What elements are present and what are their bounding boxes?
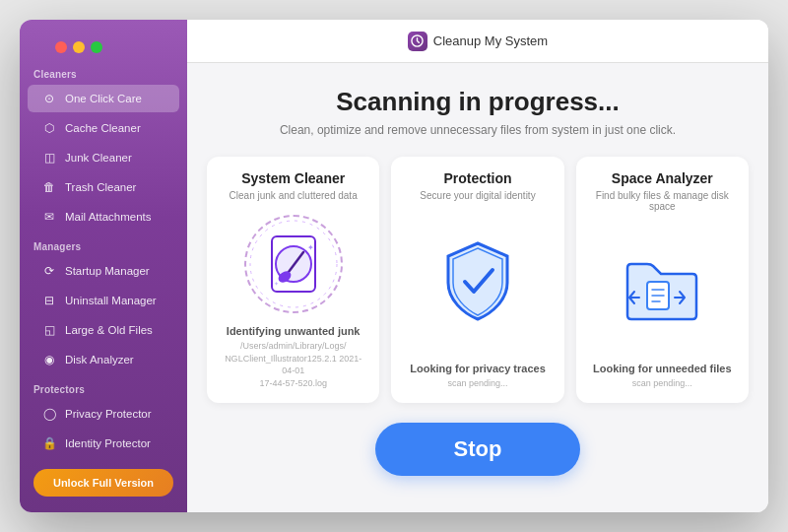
sidebar-item-privacy-protector[interactable]: ◯ Privacy Protector [28,400,179,428]
space-analyzer-status: Looking for unneeded files [593,363,732,374]
app-icon [408,32,427,51]
sidebar-item-uninstall-manager[interactable]: ⊟ Uninstall Manager [28,287,179,314]
protectors-section-label: Protectors [20,374,187,399]
scan-title: Scanning in progress... [336,87,620,117]
managers-section-label: Managers [20,232,187,256]
stop-button[interactable]: Stop [375,423,581,476]
scanner-illustration: ✦ ✦ [244,215,343,313]
protection-title: Protection [443,170,511,186]
startup-icon: ⟳ [41,263,57,279]
space-analyzer-title: Space Analyzer [612,170,713,186]
content-area: Scanning in progress... Clean, optimize … [187,63,768,512]
system-cleaner-subtitle: Clean junk and cluttered data [230,190,358,201]
space-analyzer-detail: scan pending... [632,377,692,390]
privacy-icon: ◯ [41,406,57,422]
cleaners-section-label: Cleaners [20,59,187,84]
sidebar-item-trash-cleaner[interactable]: 🗑 Trash Cleaner [28,173,179,201]
cards-row: System Cleaner Clean junk and cluttered … [207,157,749,403]
identity-icon: 🔒 [41,435,57,451]
topbar: Cleanup My System [187,20,768,63]
junk-cleaner-icon: ◫ [41,150,57,166]
one-click-care-icon: ⊙ [41,91,57,106]
space-analyzer-subtitle: Find bulky files & manage disk space [590,190,735,212]
folder-illustration [618,226,706,351]
unlock-full-version-button[interactable]: Unlock Full Version [33,469,173,497]
sidebar-item-cache-cleaner[interactable]: ⬡ Cache Cleaner [28,114,179,142]
system-cleaner-title: System Cleaner [241,170,345,186]
sidebar-item-junk-cleaner[interactable]: ◫ Junk Cleaner [28,144,179,171]
cache-cleaner-icon: ⬡ [41,120,57,136]
protection-subtitle: Secure your digital identity [420,190,535,201]
disk-icon: ◉ [41,352,57,367]
minimize-button[interactable] [73,41,85,53]
close-button[interactable] [55,41,67,53]
app-title: Cleanup My System [433,33,548,48]
trash-cleaner-icon: 🗑 [41,179,57,195]
uninstall-icon: ⊟ [41,293,57,308]
large-files-icon: ◱ [41,322,57,338]
space-analyzer-card: Space Analyzer Find bulky files & manage… [576,157,749,403]
main-content: Cleanup My System Scanning in progress..… [187,20,768,512]
sidebar-item-mail-attachments[interactable]: ✉ Mail Attachments [28,203,179,231]
sidebar-item-startup-manager[interactable]: ⟳ Startup Manager [28,257,179,285]
protection-status: Looking for privacy traces [410,363,546,374]
system-cleaner-card: System Cleaner Clean junk and cluttered … [207,157,379,403]
sidebar: Cleaners ⊙ One Click Care ⬡ Cache Cleane… [20,20,187,512]
sidebar-item-one-click-care[interactable]: ⊙ One Click Care [28,85,179,112]
sidebar-item-disk-analyzer[interactable]: ◉ Disk Analyzer [28,346,179,373]
sidebar-item-large-old-files[interactable]: ◱ Large & Old Files [28,316,179,344]
system-cleaner-detail: /Users/admin/Library/Logs/NGLClient_Illu… [221,340,365,389]
system-cleaner-status: Identifying unwanted junk [227,325,361,337]
sidebar-item-identity-protector[interactable]: 🔒 Identity Protector [28,430,179,457]
scan-subtitle: Clean, optimize and remove unnecessary f… [280,123,676,137]
protection-card: Protection Secure your digital identity … [391,157,563,403]
protection-detail: scan pending... [447,377,507,390]
shield-illustration [438,215,517,351]
maximize-button[interactable] [91,41,102,53]
mail-icon: ✉ [41,209,57,225]
